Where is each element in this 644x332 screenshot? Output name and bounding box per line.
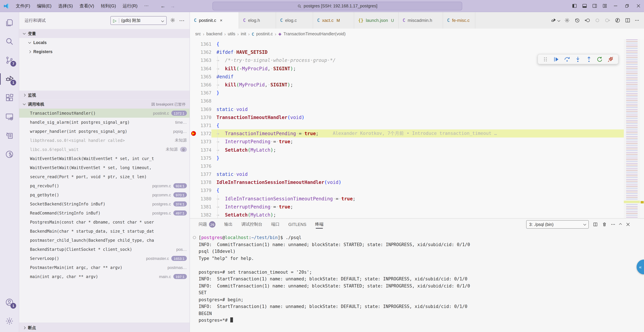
code-line[interactable]: 1364→ kill(-MyProcPid,·SIGINT); bbox=[190, 64, 624, 72]
stack-frame[interactable]: ServerLoop()postmaster.c1653:1 bbox=[19, 254, 190, 263]
stack-frame[interactable]: SocketBackend(StringInfo inBuf)postgres.… bbox=[19, 199, 190, 208]
minimize-icon[interactable] bbox=[610, 1, 621, 10]
tab-xact.c[interactable]: Cxact.cM bbox=[313, 12, 354, 28]
code-line[interactable]: 1382→ SetLatch(MyLatch); bbox=[190, 211, 624, 218]
start-debug-icon[interactable]: ▷ bbox=[111, 18, 119, 23]
stack-frame[interactable]: secure_read(Port * port, void * ptr, siz… bbox=[19, 172, 190, 181]
menu-item[interactable]: ··· bbox=[141, 1, 152, 10]
panel-tab-端口[interactable]: 端口 bbox=[271, 218, 280, 230]
breadcrumb-item[interactable]: src bbox=[195, 32, 201, 36]
watch-section-header[interactable]: 监视 bbox=[19, 90, 190, 100]
menu-item[interactable]: 运行(R) bbox=[120, 1, 140, 10]
maximize-panel-icon[interactable] bbox=[620, 223, 622, 225]
customize-layout-icon[interactable] bbox=[600, 1, 610, 10]
breadcrumb-item[interactable]: postinit.c bbox=[256, 32, 273, 36]
code-line[interactable]: 1379{ bbox=[190, 186, 624, 194]
split-terminal-icon[interactable] bbox=[593, 222, 598, 227]
references-icon[interactable] bbox=[2, 128, 17, 143]
panel-tab-GITLENS[interactable]: GITLENS bbox=[288, 218, 306, 230]
disconnect-button[interactable] bbox=[606, 55, 615, 63]
breadcrumb-item[interactable]: backend bbox=[206, 32, 222, 36]
code-line[interactable]: 1369static·void bbox=[190, 105, 624, 113]
variables-group-locals[interactable]: Locals bbox=[19, 38, 190, 47]
terminal[interactable]: [postgres@localhost:~/test/bin]$ ./psqlI… bbox=[190, 230, 644, 332]
split-editor-icon[interactable] bbox=[625, 17, 630, 23]
stack-frame[interactable]: pq_getbyte()pqcomm.c970:1 bbox=[19, 190, 190, 199]
nav-forward-icon[interactable]: → bbox=[170, 3, 175, 9]
stack-frame[interactable]: BackendStartup(ClientSocket * client_soc… bbox=[19, 245, 190, 254]
code-line[interactable]: 1375} bbox=[190, 154, 624, 162]
explorer-icon[interactable] bbox=[2, 15, 17, 30]
step-into-button[interactable] bbox=[574, 55, 582, 63]
history-icon[interactable] bbox=[574, 17, 580, 23]
stack-frame[interactable]: handle_sig_alarm(int postgres_signal_arg… bbox=[19, 118, 190, 127]
code-line[interactable]: 1372→ TransactionTimeoutPending·=·true;A… bbox=[190, 130, 624, 138]
stack-frame[interactable]: postmaster_child_launch(BackendType chil… bbox=[19, 236, 190, 245]
breakpoints-section-header[interactable]: 断点 bbox=[19, 323, 190, 332]
drag-handle-icon[interactable] bbox=[541, 55, 550, 63]
code-editor[interactable]: 1361{1362#ifdef·HAVE_SETSID1363→ /*·try·… bbox=[190, 39, 644, 218]
source-control-icon[interactable]: 7 bbox=[2, 52, 17, 68]
toggle-panel-icon[interactable] bbox=[579, 1, 590, 10]
chevron-down-icon[interactable] bbox=[558, 18, 560, 23]
more-actions-icon[interactable]: ··· bbox=[180, 18, 185, 23]
settings-icon[interactable] bbox=[2, 313, 17, 329]
git-graph-icon[interactable] bbox=[615, 17, 620, 23]
continue-button[interactable] bbox=[552, 55, 561, 63]
more-actions-icon[interactable]: ··· bbox=[635, 18, 639, 23]
gitlens-icon[interactable] bbox=[2, 147, 17, 162]
panel-tab-调试控制台[interactable]: 调试控制台 bbox=[241, 218, 262, 230]
debug-settings-gear-icon[interactable] bbox=[170, 17, 176, 24]
run-debug-icon[interactable]: 1 bbox=[2, 71, 17, 87]
kill-terminal-icon[interactable] bbox=[602, 222, 607, 227]
tab-launch.json[interactable]: {}launch.jsonU bbox=[354, 12, 398, 28]
tab-fe-misc.c[interactable]: Cfe-misc.c bbox=[443, 12, 475, 28]
code-line[interactable]: 1380→ IdleInTransactionSessionTimeoutPen… bbox=[190, 194, 624, 202]
launch-config-select[interactable]: ▷ (gdb) 附加 bbox=[110, 16, 167, 25]
extensions-icon[interactable] bbox=[2, 90, 17, 106]
code-line[interactable]: 1361{ bbox=[190, 40, 624, 48]
code-line[interactable]: 1381→ InterruptPending·=·true; bbox=[190, 203, 624, 211]
restore-icon[interactable] bbox=[621, 1, 632, 10]
code-line[interactable]: 1376 bbox=[190, 162, 624, 170]
stack-frame[interactable]: TransactionTimeoutHandler()postinit.c137… bbox=[19, 109, 190, 118]
panel-tab-问题[interactable]: 问题29 bbox=[198, 218, 216, 230]
stack-frame[interactable]: PostgresMain(const char * dbname, const … bbox=[19, 217, 190, 227]
code-line[interactable]: 1378IdleInTransactionSessionTimeoutHandl… bbox=[190, 178, 624, 186]
close-panel-icon[interactable] bbox=[626, 222, 630, 227]
step-over-button[interactable] bbox=[563, 55, 572, 63]
panel-tab-输出[interactable]: 输出 bbox=[224, 218, 232, 230]
code-line[interactable]: 1377static·void bbox=[190, 170, 624, 178]
tab-elog.c[interactable]: Celog.c bbox=[276, 12, 313, 28]
stack-frame[interactable]: ReadCommand(StringInfo inBuf)postgres.c4… bbox=[19, 208, 190, 217]
code-line[interactable]: 1374→ SetLatch(MyLatch); bbox=[190, 146, 624, 154]
breakpoint-current-icon[interactable] bbox=[190, 131, 197, 136]
tab-postinit.c[interactable]: Cpostinit.c× bbox=[190, 12, 239, 28]
code-line[interactable]: 1365#endif bbox=[190, 73, 624, 81]
close-icon[interactable]: × bbox=[220, 18, 222, 23]
breadcrumb-item[interactable]: utils bbox=[228, 32, 235, 36]
code-line[interactable]: 1370TransactionTimeoutHandler(void) bbox=[190, 113, 624, 121]
terminal-picker[interactable]: 3: ./psql (bin) bbox=[526, 220, 589, 229]
stack-frame[interactable]: main(int argc, char ** argv)main.c197:1 bbox=[19, 272, 190, 281]
variables-group-registers[interactable]: Registers bbox=[19, 47, 190, 56]
step-out-button[interactable] bbox=[584, 55, 593, 63]
menu-item[interactable]: 编辑(E) bbox=[34, 1, 54, 10]
variables-section-header[interactable]: 变量 bbox=[19, 29, 190, 38]
stack-frame[interactable]: WaitEventSetWaitBlock(WaitEventSet * set… bbox=[19, 154, 190, 163]
search-icon[interactable] bbox=[2, 34, 17, 49]
tab-elog.h[interactable]: Celog.h bbox=[239, 12, 276, 28]
stack-frame[interactable]: BackendMain(char * startup_data, size_t … bbox=[19, 227, 190, 236]
menu-item[interactable]: 查看(V) bbox=[76, 1, 97, 10]
command-decoration-icon[interactable] bbox=[193, 236, 196, 239]
minimap[interactable] bbox=[624, 39, 640, 218]
stack-frame[interactable]: libc.so.6!epoll_wait未知源0 bbox=[19, 145, 190, 154]
stack-frame[interactable]: libpthread.so.0!<signal handler called>未… bbox=[19, 136, 190, 145]
code-line[interactable]: 1373→ InterruptPending·=·true; bbox=[190, 138, 624, 146]
stack-frame[interactable]: wrapper_handler(int postgres_signal_arg)… bbox=[19, 127, 190, 136]
code-line[interactable]: 1367} bbox=[190, 89, 624, 97]
stack-frame[interactable]: PostmasterMain(int argc, char ** argv)po… bbox=[19, 263, 190, 272]
code-line[interactable]: 1368 bbox=[190, 97, 624, 105]
restart-button[interactable] bbox=[595, 55, 604, 63]
stack-frame[interactable]: WaitEventSetWait(WaitEventSet * set, lon… bbox=[19, 163, 190, 172]
